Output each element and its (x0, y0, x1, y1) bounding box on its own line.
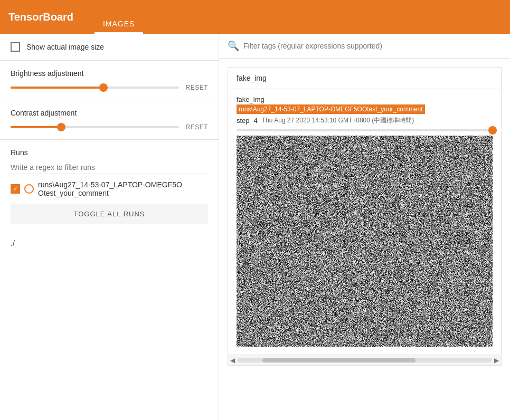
image-area: fake_img fake_img runs\Aug27_14-53-07_LA… (219, 59, 510, 420)
contrast-slider[interactable] (11, 126, 179, 128)
toggle-all-runs-button[interactable]: TOGGLE ALL RUNS (11, 204, 208, 224)
image-card: fake_img fake_img runs\Aug27_14-53-07_LA… (228, 67, 502, 366)
image-meta-row: step 4 Thu Aug 27 2020 14:53:10 GMT+0800… (237, 116, 493, 125)
contrast-thumb[interactable] (57, 123, 65, 131)
runs-title: Runs (11, 148, 208, 157)
content-area: 🔍 fake_img fake_img runs\Aug27_14-53-07_… (219, 34, 510, 420)
scrollbar-thumb[interactable] (262, 358, 415, 362)
runs-section: Runs runs\Aug27_14-53-07_LAPTOP-OMEGF5O … (0, 140, 219, 233)
contrast-label: Contrast adjustment (11, 109, 208, 117)
image-scrollbar[interactable]: ◀ ▶ (228, 355, 501, 365)
brightness-section: Brightness adjustment RESET (0, 61, 219, 100)
run-name: runs\Aug27_14-53-07_LAPTOP-OMEGF5O Otest… (38, 180, 208, 197)
contrast-track (11, 126, 179, 128)
scroll-right-arrow[interactable]: ▶ (494, 357, 499, 364)
runs-filter-input[interactable] (11, 161, 208, 174)
contrast-section: Contrast adjustment RESET (0, 100, 219, 140)
brightness-reset-button[interactable]: RESET (185, 84, 208, 91)
image-step-value: 4 (254, 117, 258, 125)
image-step-track (237, 129, 493, 131)
image-run-highlight: runs\Aug27_14-53-07_LAPTOP-OMEGF5OOtest_… (237, 104, 425, 114)
image-step-slider[interactable] (237, 129, 493, 131)
brightness-row: RESET (11, 84, 208, 91)
image-step-label: step (237, 117, 250, 125)
show-image-size-section: Show actual image size (0, 34, 219, 61)
brightness-label: Brightness adjustment (11, 69, 208, 78)
app-logo[interactable]: TensorBoard (8, 11, 73, 23)
image-card-title: fake_img (228, 68, 501, 89)
main-layout: Show actual image size Brightness adjust… (0, 34, 510, 420)
filter-tags-input[interactable] (243, 42, 502, 50)
nav-item-images[interactable]: IMAGES (95, 20, 143, 34)
brightness-thumb[interactable] (99, 83, 108, 92)
run-color-dot (24, 184, 34, 194)
footer-text: ./ (11, 239, 15, 247)
header: TensorBoard IMAGES (0, 0, 510, 34)
run-checkbox[interactable] (11, 184, 20, 194)
show-image-size-row: Show actual image size (11, 42, 208, 52)
brightness-fill (11, 87, 103, 89)
noise-image (237, 136, 493, 347)
show-image-size-label: Show actual image size (26, 43, 104, 51)
contrast-row: RESET (11, 123, 208, 131)
search-icon: 🔍 (228, 40, 239, 52)
sidebar: Show actual image size Brightness adjust… (0, 34, 219, 420)
contrast-reset-button[interactable]: RESET (185, 123, 208, 131)
image-card-body: fake_img runs\Aug27_14-53-07_LAPTOP-OMEG… (228, 89, 501, 355)
scroll-left-arrow[interactable]: ◀ (230, 357, 235, 364)
image-timestamp: Thu Aug 27 2020 14:53:10 GMT+0800 (中國標準時… (262, 116, 414, 125)
sidebar-footer: ./ (0, 233, 219, 254)
image-run-label: fake_img (237, 96, 493, 103)
search-bar: 🔍 (219, 34, 510, 59)
show-image-size-checkbox[interactable] (11, 42, 20, 52)
scrollbar-track[interactable] (237, 358, 492, 362)
brightness-track (11, 87, 179, 89)
image-step-thumb[interactable] (488, 126, 497, 135)
contrast-fill (11, 126, 61, 128)
run-item: runs\Aug27_14-53-07_LAPTOP-OMEGF5O Otest… (11, 180, 208, 197)
header-nav: IMAGES (95, 0, 143, 34)
brightness-slider[interactable] (11, 87, 179, 89)
